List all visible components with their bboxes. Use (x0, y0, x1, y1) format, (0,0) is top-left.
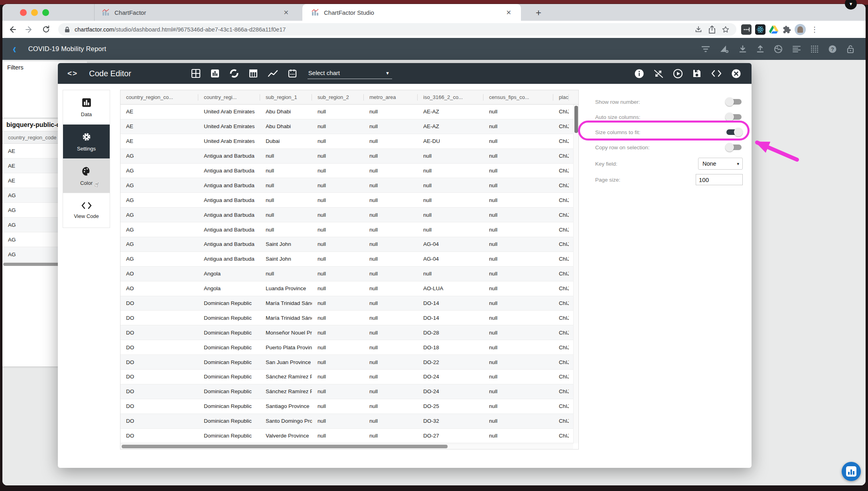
info-icon[interactable] (634, 69, 644, 79)
table-row[interactable]: DODominican RepublicSánchez Ramírez Prov… (120, 370, 578, 384)
close-icon[interactable] (731, 69, 741, 79)
grid-vertical-scrollbar[interactable] (573, 105, 578, 443)
table-row[interactable]: DODominican RepublicValverde Provincenul… (120, 429, 578, 443)
extensions-row: ⋮ (741, 24, 822, 35)
table-cell: null (483, 237, 553, 251)
tab-manager-extension-icon[interactable] (741, 24, 752, 35)
minimize-window-button[interactable] (31, 9, 38, 16)
trend-line-icon[interactable] (268, 69, 278, 78)
page-size-input[interactable] (696, 174, 743, 185)
column-header[interactable]: iso_3166_2_co... (418, 90, 483, 104)
save-icon[interactable] (692, 69, 702, 78)
table-row[interactable]: DODominican RepublicMaría Trinidad Sánch… (120, 311, 578, 325)
grid-horizontal-scrollbar[interactable] (120, 443, 573, 449)
tab-close-icon[interactable]: ✕ (281, 8, 291, 17)
key-field-select[interactable]: None ▾ (698, 158, 743, 170)
column-header[interactable]: sub_region_2 (312, 90, 364, 104)
table-cell: AE (120, 105, 198, 119)
download-done-icon[interactable] (692, 24, 705, 36)
zoom-window-button[interactable] (42, 9, 49, 16)
donut-chart-icon[interactable] (229, 69, 239, 78)
bookmark-star-icon[interactable] (719, 24, 732, 36)
interactions-off-icon[interactable] (653, 69, 664, 79)
close-window-button[interactable] (20, 9, 27, 16)
reload-icon[interactable] (39, 23, 53, 36)
sidebar-item-settings[interactable]: Settings (63, 125, 110, 159)
globe-icon[interactable] (774, 45, 783, 53)
table-row[interactable]: AGAntigua and Barbudanullnullnullnullnul… (120, 164, 578, 178)
table-row[interactable]: AOAngolaLuanda ProvincenullnullAO-LUAnul… (120, 281, 578, 296)
view-code-icon[interactable] (711, 69, 722, 77)
google-drive-extension-icon[interactable] (769, 25, 779, 34)
table-row[interactable]: AEUnited Arab EmiratesDubainullnullAE-DU… (120, 134, 578, 149)
download-icon[interactable] (739, 45, 747, 53)
column-header[interactable]: country_regi... (198, 90, 260, 104)
back-icon[interactable] (6, 23, 19, 36)
auto-size-columns-toggle[interactable] (725, 113, 743, 121)
react-devtools-extension-icon[interactable] (755, 24, 765, 35)
table-cell: ChIJ (553, 267, 569, 281)
grid-dots-icon[interactable] (811, 45, 819, 53)
select-chart-dropdown[interactable]: Select chart ▼ (308, 68, 392, 79)
chart-settings-icon[interactable] (720, 45, 729, 53)
help-icon[interactable]: ? (828, 45, 837, 53)
calendar-icon[interactable] (288, 69, 297, 78)
table-row[interactable]: DODominican RepublicPuerto Plata Provinc… (120, 340, 578, 355)
tab-close-icon[interactable]: ✕ (504, 8, 514, 17)
forward-icon[interactable] (22, 23, 36, 36)
upload-icon[interactable] (756, 45, 764, 53)
table-row[interactable]: AGAntigua and BarbudaSaint JohnnullnullA… (120, 252, 578, 267)
url-text[interactable]: chartfactor.com/studio/dashboard.html#/9… (75, 26, 692, 33)
size-columns-to-fit-toggle[interactable] (725, 128, 743, 137)
sidebar-item-view-code[interactable]: View Code (63, 193, 110, 228)
copy-row-on-selection-toggle[interactable] (725, 143, 743, 152)
browser-menu-icon[interactable]: ⋮ (811, 25, 818, 34)
tab-chartfactor-studio[interactable]: ChartFactor Studio ✕ (302, 4, 521, 21)
extensions-puzzle-icon[interactable] (782, 25, 791, 34)
table-cell: Dubai (260, 134, 312, 148)
table-row[interactable]: AOAngolanullnullnullnullnullChIJ (120, 267, 578, 281)
tab-chartfactor[interactable]: ChartFactor ✕ (94, 4, 298, 21)
table-row[interactable]: DODominican RepublicSantiago Provincenul… (120, 399, 578, 414)
table-row[interactable]: AGAntigua and Barbudanullnullnullnullnul… (120, 149, 578, 164)
column-header[interactable]: place (553, 90, 569, 104)
chart-fab-button[interactable] (842, 462, 861, 481)
pivot-table-icon[interactable] (249, 69, 258, 78)
text-align-icon[interactable] (792, 46, 801, 53)
table-row[interactable]: AEUnited Arab EmiratesAbu DhabinullnullA… (120, 105, 578, 119)
column-header[interactable]: census_fips_co... (483, 90, 553, 104)
table-cell: DO-24 (418, 370, 483, 384)
sidebar-item-color[interactable]: Color ☝ (63, 159, 110, 193)
bar-chart-icon[interactable] (210, 69, 220, 78)
table-row[interactable]: DODominican RepublicMaría Trinidad Sánch… (120, 296, 578, 311)
table-row[interactable]: AGAntigua and Barbudanullnullnullnullnul… (120, 208, 578, 222)
table-row[interactable]: DODominican RepublicSanto Domingo Provnu… (120, 414, 578, 429)
table-cell: null (483, 119, 553, 134)
table-row[interactable]: DODominican RepublicMonseñor Nouel Provn… (120, 325, 578, 340)
grid-chart-icon[interactable] (191, 69, 201, 78)
code-brackets-icon: <> (67, 69, 78, 78)
lock-open-icon[interactable] (846, 45, 854, 53)
table-row[interactable]: AGAntigua and Barbudanullnullnullnullnul… (120, 178, 578, 193)
sidebar-item-data[interactable]: Data (63, 90, 110, 125)
table-row[interactable]: AGAntigua and Barbudanullnullnullnullnul… (120, 193, 578, 208)
new-tab-button[interactable]: + (532, 6, 545, 19)
column-header[interactable]: metro_area (364, 90, 418, 104)
url-field[interactable]: chartfactor.com/studio/dashboard.html#/9… (58, 23, 736, 36)
filter-list-icon[interactable] (701, 46, 710, 53)
column-header[interactable]: sub_region_1 (260, 90, 312, 104)
secure-lock-icon[interactable] (65, 26, 70, 33)
run-icon[interactable] (673, 69, 683, 79)
column-header[interactable]: country_region_co... (120, 90, 198, 104)
back-chevron-icon[interactable]: ‹ (13, 41, 16, 57)
table-row[interactable]: AGAntigua and BarbudaSaint JohnnullnullA… (120, 237, 578, 252)
table-row[interactable]: DODominican RepublicSan Juan Provincenul… (120, 355, 578, 370)
table-row[interactable]: AEUnited Arab EmiratesAbu DhabinullnullA… (120, 119, 578, 134)
show-row-number-toggle[interactable] (725, 97, 743, 106)
profile-avatar[interactable] (795, 24, 806, 35)
table-row[interactable]: AGAntigua and Barbudanullnullnullnullnul… (120, 222, 578, 237)
table-cell: null (418, 208, 483, 222)
share-icon[interactable] (705, 24, 719, 36)
table-row[interactable]: DODominican RepublicSánchez Ramírez Prov… (120, 384, 578, 399)
table-cell: ChIJ (553, 178, 569, 192)
